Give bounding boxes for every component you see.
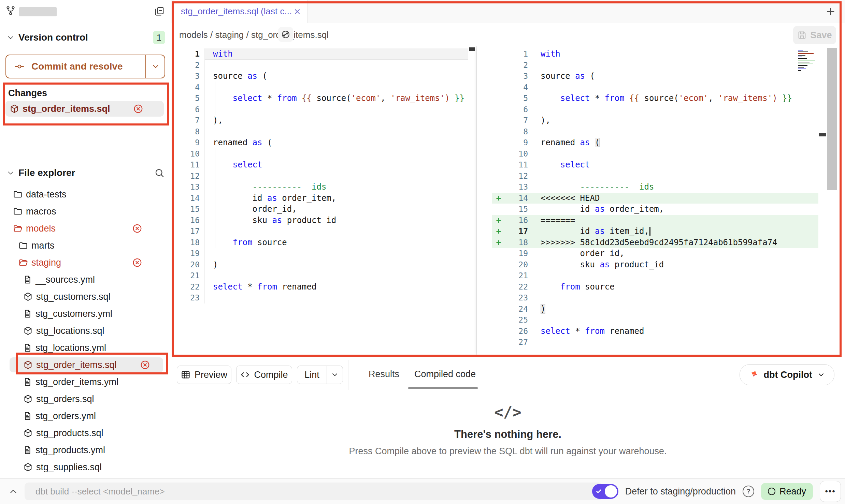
- code-line[interactable]: 6: [174, 104, 468, 115]
- lint-dropdown-chevron-icon[interactable]: [327, 366, 343, 384]
- dbt-copilot-button[interactable]: dbt Copilot: [740, 364, 834, 385]
- preview-button[interactable]: Preview: [177, 366, 231, 384]
- left-pane-scrollbar[interactable]: [468, 46, 476, 356]
- code-line[interactable]: 19: [174, 248, 468, 259]
- new-tab-icon[interactable]: [825, 6, 836, 17]
- code-line[interactable]: 27: [477, 337, 818, 348]
- changed-file-row[interactable]: stg_order_items.sql: [5, 101, 164, 117]
- code-line[interactable]: +17 id as item_id,: [477, 226, 818, 237]
- code-line[interactable]: 12: [477, 171, 818, 182]
- code-line[interactable]: 14 id as order_item,: [174, 193, 468, 204]
- file-row[interactable]: stg_customers.sql: [0, 288, 171, 305]
- file-row[interactable]: staging: [0, 254, 171, 271]
- file-row[interactable]: stg_customers.yml: [0, 305, 171, 322]
- help-icon[interactable]: ?: [743, 486, 754, 497]
- code-line[interactable]: +16=======: [477, 215, 818, 226]
- commit-and-resolve-button[interactable]: Commit and resolve: [5, 55, 165, 78]
- right-pane-scrollbar[interactable]: [818, 46, 827, 356]
- file-row[interactable]: stg_orders.yml: [0, 407, 171, 425]
- code-line[interactable]: 8: [174, 126, 468, 137]
- save-button[interactable]: Save: [793, 26, 836, 44]
- discard-change-icon[interactable]: [133, 104, 143, 114]
- tab-results[interactable]: Results: [369, 369, 399, 380]
- code-line[interactable]: 4: [174, 82, 468, 93]
- file-row[interactable]: macros: [0, 203, 171, 220]
- code-line[interactable]: 21: [174, 270, 468, 281]
- file-explorer-section-header[interactable]: File explorer: [0, 164, 171, 182]
- code-line[interactable]: 13 ---------- ids: [174, 181, 468, 193]
- lint-label[interactable]: Lint: [297, 366, 327, 384]
- compile-button[interactable]: Compile: [236, 366, 292, 384]
- tab-stg-order-items[interactable]: stg_order_items.sql (last c...: [174, 0, 308, 23]
- code-line[interactable]: 5 select * from {{ source('ecom', 'raw_i…: [174, 93, 468, 104]
- file-row[interactable]: stg_locations.sql: [0, 322, 171, 339]
- file-row[interactable]: marts: [0, 237, 171, 254]
- code-line[interactable]: 9renamed as (: [174, 137, 468, 148]
- code-line[interactable]: 11 select: [477, 159, 818, 171]
- code-line[interactable]: 22 from source: [477, 281, 818, 293]
- copy-files-icon[interactable]: [154, 6, 164, 16]
- code-pane-left[interactable]: 1with23source as (45 select * from {{ so…: [174, 46, 468, 356]
- code-line[interactable]: 7),: [477, 115, 818, 126]
- code-line[interactable]: 3source as (: [477, 71, 818, 82]
- code-line[interactable]: 23: [477, 292, 818, 303]
- file-row[interactable]: __sources.yml: [0, 271, 171, 288]
- minimap[interactable]: [797, 49, 817, 86]
- file-row[interactable]: stg_locations.yml: [0, 339, 171, 356]
- file-row[interactable]: data-tests: [0, 186, 171, 203]
- code-line[interactable]: 26select * from renamed: [477, 326, 818, 337]
- file-row[interactable]: stg_products.sql: [0, 425, 171, 442]
- discard-change-icon[interactable]: [140, 360, 150, 370]
- code-line[interactable]: 9renamed as (: [477, 137, 818, 148]
- code-line[interactable]: 16 sku as product_id: [174, 215, 468, 226]
- file-row[interactable]: stg_supplies.sql: [0, 459, 171, 476]
- code-line[interactable]: 17: [174, 226, 468, 237]
- code-line[interactable]: 2: [477, 60, 818, 71]
- expand-panel-chevron-icon[interactable]: [8, 486, 18, 496]
- code-line[interactable]: 19 order_id,: [477, 248, 818, 259]
- right-scrollbar-thumb[interactable]: [827, 48, 837, 190]
- code-line[interactable]: 6: [477, 104, 818, 115]
- close-tab-icon[interactable]: [293, 8, 301, 16]
- search-icon[interactable]: [154, 168, 164, 178]
- code-line[interactable]: 22select * from renamed: [174, 281, 468, 293]
- discard-change-icon[interactable]: [132, 257, 142, 268]
- file-row[interactable]: stg_order_items.yml: [0, 373, 171, 390]
- code-line[interactable]: 8: [477, 126, 818, 137]
- code-line[interactable]: 1with: [477, 48, 818, 60]
- code-line[interactable]: +14<<<<<<< HEAD: [477, 193, 818, 204]
- code-line[interactable]: 10: [174, 148, 468, 160]
- code-line[interactable]: 3source as (: [174, 71, 468, 82]
- command-input[interactable]: dbt build --select <model_name>: [25, 483, 602, 500]
- discard-change-icon[interactable]: [132, 223, 142, 234]
- file-row[interactable]: stg_orders.sql: [0, 390, 171, 407]
- tab-compiled-code[interactable]: Compiled code: [414, 369, 476, 380]
- code-line[interactable]: 24): [477, 303, 818, 315]
- code-line[interactable]: 10: [477, 148, 818, 160]
- code-line[interactable]: 7),: [174, 115, 468, 126]
- lineage-icon[interactable]: [278, 27, 293, 42]
- code-line[interactable]: 11 select: [174, 159, 468, 171]
- code-line[interactable]: 12: [174, 171, 468, 182]
- file-row[interactable]: models: [0, 220, 171, 237]
- code-line[interactable]: 20 sku as product_id: [477, 259, 818, 270]
- defer-toggle[interactable]: [592, 484, 618, 499]
- code-line[interactable]: 23: [174, 292, 468, 303]
- more-options-button[interactable]: •••: [820, 481, 841, 502]
- code-line[interactable]: 15 order_id,: [174, 204, 468, 215]
- code-line[interactable]: 15 id as order_item,: [477, 204, 818, 215]
- code-line[interactable]: +18>>>>>>> 58c1dd23d5eebd9cd2495fa7124ab…: [477, 237, 818, 248]
- code-line[interactable]: 20): [174, 259, 468, 270]
- code-line[interactable]: 1with: [174, 48, 468, 60]
- code-line[interactable]: 21: [477, 270, 818, 281]
- code-line[interactable]: 13 ---------- ids: [477, 181, 818, 193]
- code-line[interactable]: 2: [174, 60, 468, 71]
- code-line[interactable]: 4: [477, 82, 818, 93]
- code-line[interactable]: 5 select * from {{ source('ecom', 'raw_i…: [477, 93, 818, 104]
- code-line[interactable]: 25: [477, 314, 818, 326]
- file-row[interactable]: stg_order_items.sql: [0, 356, 171, 373]
- code-line[interactable]: 18 from source: [174, 237, 468, 248]
- commit-dropdown-chevron-icon[interactable]: [151, 62, 160, 71]
- lint-split-button[interactable]: Lint: [297, 366, 343, 384]
- code-pane-right[interactable]: 1with23source as (45 select * from {{ so…: [477, 46, 818, 356]
